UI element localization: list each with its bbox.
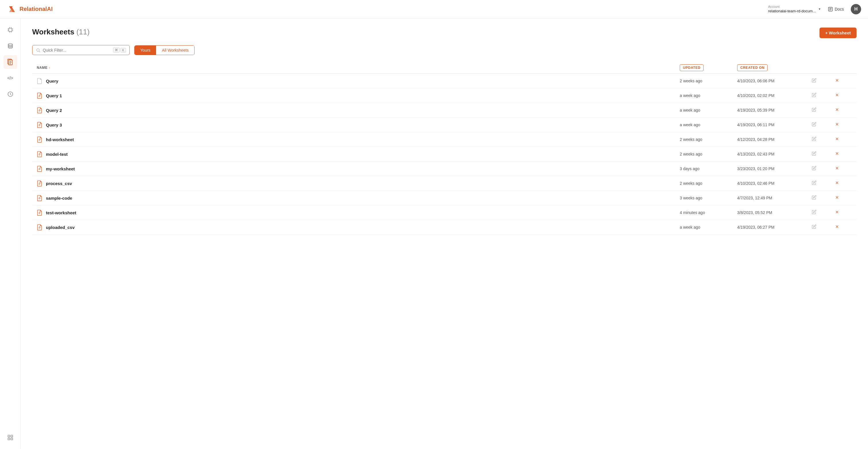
edit-button-6[interactable] [812,166,816,171]
row-created-1: 4/10/2023, 02:02 PM [737,93,812,98]
kbd-k: K [121,48,126,53]
row-created-3: 4/19/2023, 06:11 PM [737,123,812,127]
row-created-9: 3/8/2023, 05:52 PM [737,210,812,215]
tab-yours[interactable]: Yours [134,45,156,55]
row-updated-5: 2 weeks ago [680,152,737,156]
table-row[interactable]: process_csv 2 weeks ago 4/10/2023, 02:46… [32,176,857,191]
row-name-0: Query [37,78,680,84]
sidebar-item-cpu[interactable] [3,23,17,37]
svg-point-28 [39,109,40,110]
delete-button-2[interactable] [835,107,839,113]
row-name-10: uploaded_csv [37,224,680,230]
table-row[interactable]: Query 1 a week ago 4/10/2023, 02:02 PM [32,88,857,103]
row-actions-edit-1 [812,93,835,98]
delete-button-6[interactable] [835,166,839,171]
code-icon: </> [7,76,13,80]
svg-rect-14 [11,435,12,437]
sidebar-item-code[interactable]: </> [3,71,17,85]
edit-button-5[interactable] [812,151,816,157]
svg-point-63 [39,212,40,212]
sidebar: </> [0,19,21,449]
logo[interactable]: RelationalAI [7,4,53,14]
file-icon [37,224,42,230]
row-updated-9: 4 minutes ago [680,210,737,215]
table-row[interactable]: test-worksheet 4 minutes ago 3/8/2023, 0… [32,205,857,220]
page-header: Worksheets (11) + Worksheet [32,28,857,38]
row-actions-del-6 [835,166,852,171]
delete-button-9[interactable] [835,210,839,216]
table-row[interactable]: model-test 2 weeks ago 4/13/2023, 02:43 … [32,147,857,162]
worksheets-table: NAME ↑ UPDATED CREATED ON Query 2 weeks … [32,62,857,235]
svg-point-6 [8,43,12,45]
sidebar-item-worksheets[interactable] [3,55,17,69]
sidebar-item-database[interactable] [3,39,17,53]
tab-all-worksheets[interactable]: All Worksheets [156,45,194,55]
table-row[interactable]: my-worksheet 3 days ago 3/23/2023, 01:20… [32,162,857,176]
row-updated-4: 2 weeks ago [680,137,737,142]
row-created-10: 4/19/2023, 06:27 PM [737,225,812,229]
row-actions-del-4 [835,136,852,142]
add-worksheet-button[interactable]: + Worksheet [819,28,857,38]
edit-button-2[interactable] [812,107,816,113]
file-icon [37,92,42,99]
svg-point-23 [39,95,40,95]
row-actions-edit-6 [812,166,835,171]
svg-point-17 [37,49,39,51]
delete-button-4[interactable] [835,136,839,142]
table-row[interactable]: uploaded_csv a week ago 4/19/2023, 06:27… [32,220,857,235]
app-header: RelationalAI Account relationalai-team-r… [0,0,868,19]
avatar[interactable]: H [851,4,861,14]
main-content: Worksheets (11) + Worksheet ⌘ K Yours Al… [21,19,868,449]
svg-rect-16 [11,438,12,440]
edit-button-8[interactable] [812,195,816,201]
file-icon [37,180,42,187]
account-selector[interactable]: Account relationalai-team-rd-docum... ▼ [768,5,821,13]
sidebar-item-history[interactable] [3,87,17,101]
table-row[interactable]: Query 2 a week ago 4/19/2023, 05:39 PM [32,103,857,118]
file-icon [37,107,42,113]
row-updated-8: 3 weeks ago [680,196,737,200]
delete-button-5[interactable] [835,151,839,157]
sidebar-item-shortcuts[interactable] [3,430,17,444]
docs-button[interactable]: Docs [828,7,844,12]
file-icon [37,151,42,157]
row-created-8: 4/7/2023, 12:49 PM [737,196,812,200]
row-updated-7: 2 weeks ago [680,181,737,186]
delete-button-1[interactable] [835,93,839,98]
delete-button-7[interactable] [835,181,839,186]
search-input[interactable] [43,48,111,53]
row-updated-6: 3 days ago [680,166,737,171]
svg-point-58 [39,197,40,198]
svg-rect-5 [9,28,12,32]
col-updated-header: UPDATED [680,64,737,71]
table-row[interactable]: sample-code 3 weeks ago 4/7/2023, 12:49 … [32,191,857,205]
row-actions-del-0 [835,78,852,84]
delete-button-10[interactable] [835,224,839,230]
table-row[interactable]: Query 3 a week ago 4/19/2023, 06:11 PM [32,118,857,132]
edit-button-7[interactable] [812,181,816,186]
row-updated-0: 2 weeks ago [680,78,737,83]
edit-button-9[interactable] [812,210,816,216]
row-created-2: 4/19/2023, 05:39 PM [737,108,812,113]
row-actions-del-2 [835,107,852,113]
row-updated-3: a week ago [680,123,737,127]
table-row[interactable]: Query 2 weeks ago 4/10/2023, 06:06 PM [32,74,857,88]
edit-button-4[interactable] [812,136,816,142]
edit-button-0[interactable] [812,78,816,84]
edit-button-3[interactable] [812,122,816,128]
delete-button-0[interactable] [835,78,839,84]
table-row[interactable]: hd-worksheet 2 weeks ago 4/12/2023, 04:2… [32,132,857,147]
database-icon [7,43,13,49]
chevron-down-icon: ▼ [818,7,821,11]
delete-button-3[interactable] [835,122,839,128]
edit-button-1[interactable] [812,93,816,98]
row-actions-edit-7 [812,181,835,186]
svg-rect-13 [8,435,9,437]
edit-button-10[interactable] [812,224,816,230]
svg-rect-15 [8,438,9,440]
row-actions-del-10 [835,224,852,230]
row-actions-edit-9 [812,210,835,216]
shortcuts-icon [7,435,13,441]
delete-button-8[interactable] [835,195,839,201]
row-name-8: sample-code [37,195,680,201]
